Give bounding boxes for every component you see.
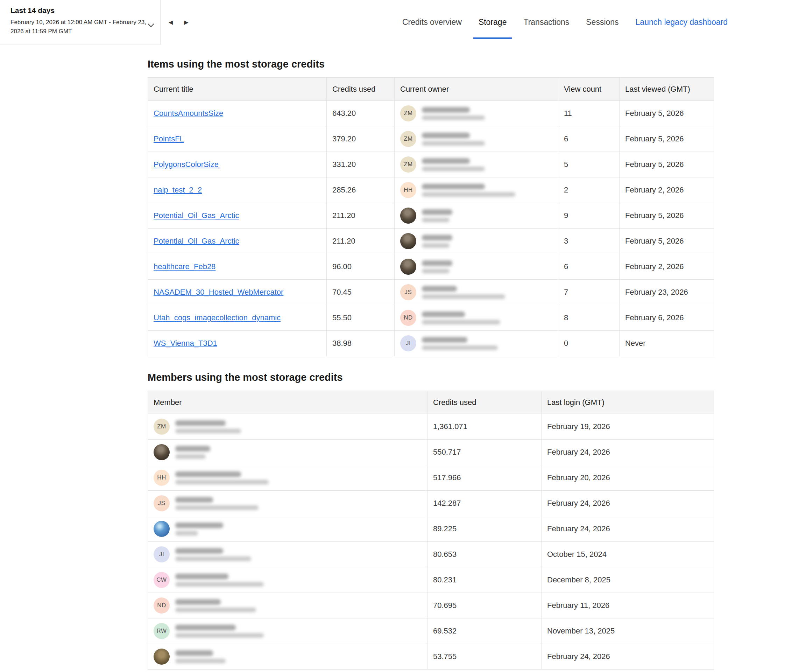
table-row: JI80.653October 15, 2024 — [148, 542, 714, 567]
last-login-cell: February 24, 2026 — [541, 516, 714, 542]
item-title-cell: Potential_Oil_Gas_Arctic — [148, 203, 327, 229]
credits-used-cell: 211.20 — [327, 203, 394, 229]
column-header: Credits used — [327, 78, 394, 101]
column-header: Current title — [148, 78, 327, 101]
redacted-username — [175, 480, 269, 485]
member-cell: ND — [148, 593, 428, 618]
last-viewed-cell: Never — [620, 331, 714, 356]
table-row: HH517.966February 20, 2026 — [148, 465, 714, 491]
redacted-user-info — [422, 107, 485, 120]
redacted-user-info — [175, 446, 210, 459]
view-count-cell: 0 — [558, 331, 620, 356]
launch-legacy-dashboard-link[interactable]: Launch legacy dashboard — [636, 18, 728, 27]
redacted-name — [422, 312, 465, 317]
credits-used-cell: 1,361.071 — [428, 414, 541, 440]
credits-used-cell: 517.966 — [428, 465, 541, 491]
last-login-cell: February 24, 2026 — [541, 440, 714, 465]
date-range-picker[interactable]: Last 14 days February 10, 2026 at 12:00 … — [0, 0, 161, 45]
last-viewed-cell: February 2, 2026 — [620, 254, 714, 280]
member-cell: JS — [148, 491, 428, 516]
redacted-name — [422, 107, 470, 113]
credits-used-cell: 70.45 — [327, 280, 394, 305]
table-row: NASADEM_30_Hosted_WebMercator70.45JS7Feb… — [148, 280, 714, 305]
avatar-photo — [153, 444, 170, 460]
top-bar: Last 14 days February 10, 2026 at 12:00 … — [0, 0, 792, 45]
tab-bar: Credits overviewStorageTransactionsSessi… — [402, 0, 728, 45]
item-title-link[interactable]: WS_Vienna_T3D1 — [153, 339, 217, 347]
avatar-photo — [400, 233, 416, 249]
item-title-link[interactable]: CountsAmountsSize — [153, 109, 223, 118]
item-title-cell: PolygonsColorSize — [148, 152, 327, 178]
table-row: 550.717February 24, 2026 — [148, 440, 714, 465]
redacted-user-info — [175, 650, 226, 663]
member-cell: JI — [148, 542, 428, 567]
tab-sessions[interactable]: Sessions — [586, 0, 618, 45]
redacted-name — [175, 497, 213, 502]
members-table-header: MemberCredits usedLast login (GMT) — [148, 391, 714, 414]
redacted-user-info — [175, 625, 264, 638]
current-owner-cell: JI — [394, 331, 558, 356]
item-title-link[interactable]: Potential_Oil_Gas_Arctic — [153, 237, 239, 245]
items-table: Current titleCredits usedCurrent ownerVi… — [148, 77, 714, 356]
members-table: MemberCredits usedLast login (GMT) ZM1,3… — [148, 390, 714, 670]
view-count-cell: 8 — [558, 305, 620, 331]
redacted-name — [422, 184, 485, 189]
redacted-username — [422, 218, 450, 222]
redacted-user-info — [422, 312, 500, 325]
redacted-name — [422, 286, 457, 291]
redacted-username — [422, 320, 500, 325]
last-viewed-cell: February 6, 2026 — [620, 305, 714, 331]
redacted-name — [422, 158, 470, 164]
credits-used-cell: 70.695 — [428, 593, 541, 618]
redacted-user-info — [422, 286, 505, 299]
avatar-photo — [400, 259, 416, 275]
last-login-cell: October 15, 2024 — [541, 542, 714, 567]
avatar: CW — [153, 572, 170, 588]
redacted-username — [175, 454, 206, 459]
item-title-link[interactable]: naip_test_2_2 — [153, 186, 202, 194]
items-header-row: Current titleCredits usedCurrent ownerVi… — [148, 78, 714, 101]
item-title-link[interactable]: PolygonsColorSize — [153, 160, 219, 169]
back-arrow-icon[interactable]: ◀ — [169, 19, 173, 26]
avatar: JI — [400, 335, 416, 351]
table-row: Utah_cogs_imagecollection_dynamic55.50ND… — [148, 305, 714, 331]
item-title-link[interactable]: healthcare_Feb28 — [153, 262, 216, 271]
redacted-name — [175, 472, 241, 477]
redacted-user-info — [175, 599, 256, 612]
redacted-user-info — [422, 235, 452, 248]
redacted-user-info — [175, 574, 264, 587]
last-login-cell: February 19, 2026 — [541, 414, 714, 440]
item-title-cell: healthcare_Feb28 — [148, 254, 327, 280]
credits-used-cell: 142.287 — [428, 491, 541, 516]
item-title-link[interactable]: PointsFL — [153, 134, 184, 143]
item-title-link[interactable]: NASADEM_30_Hosted_WebMercator — [153, 288, 283, 296]
redacted-username — [175, 506, 259, 510]
table-row: JS142.287February 24, 2026 — [148, 491, 714, 516]
forward-arrow-icon[interactable]: ▶ — [184, 19, 188, 26]
tab-credits-overview[interactable]: Credits overview — [402, 0, 462, 45]
current-owner-cell — [394, 203, 558, 229]
redacted-username — [175, 429, 241, 433]
redacted-user-info — [422, 133, 485, 146]
item-title-cell: NASADEM_30_Hosted_WebMercator — [148, 280, 327, 305]
current-owner-cell: ZM — [394, 101, 558, 126]
item-title-link[interactable]: Potential_Oil_Gas_Arctic — [153, 211, 239, 220]
members-header-row: MemberCredits usedLast login (GMT) — [148, 391, 714, 414]
view-count-cell: 3 — [558, 229, 620, 254]
last-viewed-cell: February 2, 2026 — [620, 178, 714, 203]
credits-used-cell: 69.532 — [428, 618, 541, 644]
table-row: naip_test_2_2285.26HH2February 2, 2026 — [148, 178, 714, 203]
table-row: Potential_Oil_Gas_Arctic211.209February … — [148, 203, 714, 229]
item-title-link[interactable]: Utah_cogs_imagecollection_dynamic — [153, 313, 281, 322]
redacted-user-info — [175, 548, 251, 561]
last-login-cell: December 8, 2025 — [541, 567, 714, 593]
avatar: ZM — [153, 419, 170, 435]
column-header: Current owner — [394, 78, 558, 101]
tab-storage[interactable]: Storage — [479, 0, 507, 45]
redacted-name — [422, 261, 452, 266]
avatar: ND — [400, 310, 416, 326]
tab-transactions[interactable]: Transactions — [523, 0, 569, 45]
avatar: HH — [400, 182, 416, 198]
credits-used-cell: 96.00 — [327, 254, 394, 280]
members-section-title: Members using the most storage credits — [148, 356, 714, 390]
